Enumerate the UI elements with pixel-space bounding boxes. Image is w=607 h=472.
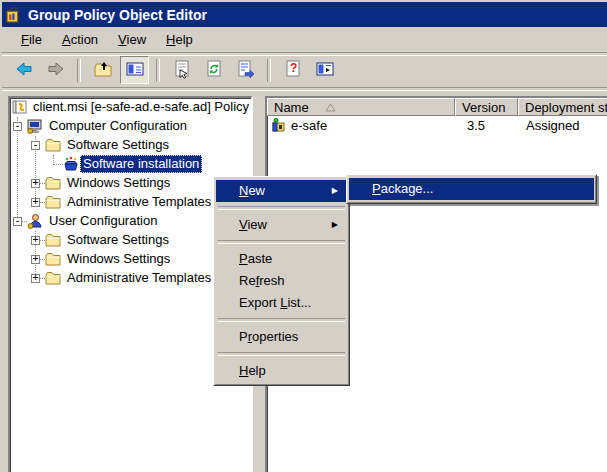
- tree-connector: [53, 164, 63, 165]
- context-menu-item-export-list[interactable]: Export List...: [216, 292, 347, 314]
- expand-expander[interactable]: +: [31, 198, 40, 207]
- context-menu-item-help[interactable]: Help: [216, 360, 347, 382]
- column-header-deployment-state[interactable]: Deployment state: [518, 98, 607, 116]
- show-hide-console-tree-button[interactable]: [120, 56, 149, 84]
- menubar-view[interactable]: View: [108, 30, 156, 49]
- collapse-expander[interactable]: -: [13, 122, 22, 131]
- cell-name: e-safe: [291, 116, 327, 135]
- window-title: Group Policy Object Editor: [28, 7, 207, 23]
- tree-connector: [17, 117, 18, 221]
- submenu-item-package[interactable]: Package...: [349, 178, 594, 200]
- refresh-button[interactable]: [199, 56, 228, 84]
- list-header: Name Version Deployment state: [267, 98, 607, 116]
- submenu-arrow-icon: ▶: [332, 180, 338, 202]
- menubar-file[interactable]: File: [11, 30, 52, 49]
- context-menu: New ▶ View ▶ Paste Refresh Export List..…: [213, 176, 350, 386]
- folder-icon: [45, 194, 61, 210]
- computer-icon: [27, 118, 43, 134]
- toolbar-separator: [156, 59, 160, 82]
- tree-item-root[interactable]: client.msi [e-safe-ad.e-safe.ad] Policy: [10, 98, 251, 117]
- back-button[interactable]: [9, 56, 38, 84]
- up-folder-icon: [93, 59, 113, 82]
- menu-separator: [218, 206, 345, 210]
- menu-bar: File Action View Help: [2, 27, 607, 51]
- cell-version: 3.5: [467, 116, 485, 135]
- package-icon: [271, 117, 287, 133]
- expand-expander[interactable]: +: [31, 236, 40, 245]
- column-header-name[interactable]: Name: [267, 98, 455, 116]
- context-menu-item-view[interactable]: View ▶: [216, 214, 347, 236]
- forward-button[interactable]: [41, 56, 70, 84]
- properties-button[interactable]: [167, 56, 196, 84]
- folder-icon: [45, 270, 61, 286]
- toolbar-separator: [267, 59, 271, 82]
- context-menu-item-refresh[interactable]: Refresh: [216, 270, 347, 292]
- gpo-scroll-icon: [12, 99, 28, 115]
- expand-expander[interactable]: +: [31, 255, 40, 264]
- console-tree-panes-icon: [125, 59, 145, 82]
- context-menu-item-paste[interactable]: Paste: [216, 248, 347, 270]
- tree-item-software-installation[interactable]: Software installation: [10, 155, 251, 174]
- menubar-action[interactable]: Action: [52, 30, 108, 49]
- folder-icon: [45, 137, 61, 153]
- menu-separator: [218, 318, 345, 322]
- back-arrow-icon: [14, 59, 34, 82]
- toolbar-client-divider: [2, 87, 607, 91]
- help-button[interactable]: ?: [278, 56, 307, 84]
- context-menu-item-new[interactable]: New ▶: [216, 180, 347, 202]
- context-menu-item-properties[interactable]: Properties: [216, 326, 347, 348]
- svg-text:?: ?: [290, 61, 297, 75]
- cell-deployment-state: Assigned: [526, 116, 579, 135]
- help-icon: ?: [283, 59, 303, 82]
- software-installation-icon: [63, 156, 79, 172]
- collapse-expander[interactable]: -: [13, 217, 22, 226]
- menu-separator: [218, 240, 345, 244]
- tree-item-software-settings[interactable]: - Software Settings: [10, 136, 251, 155]
- properties-icon: [172, 59, 192, 82]
- column-header-version[interactable]: Version: [455, 98, 518, 116]
- expand-expander[interactable]: +: [31, 179, 40, 188]
- group-policy-app-icon: [6, 6, 23, 23]
- export-list-icon: [236, 59, 256, 82]
- tree-item-computer-configuration[interactable]: - Computer Configuration: [10, 117, 251, 136]
- sort-ascending-icon: [325, 100, 336, 115]
- folder-icon: [45, 251, 61, 267]
- menu-separator: [218, 352, 345, 356]
- toolbar-separator: [77, 59, 81, 82]
- title-bar[interactable]: Group Policy Object Editor: [2, 2, 607, 27]
- user-icon: [27, 213, 43, 229]
- up-one-level-button[interactable]: [88, 56, 117, 84]
- menubar-help[interactable]: Help: [156, 30, 203, 49]
- folder-icon: [45, 175, 61, 191]
- export-list-button[interactable]: [231, 56, 260, 84]
- new-window-panes-icon: [315, 59, 335, 82]
- submenu-arrow-icon: ▶: [332, 214, 338, 236]
- list-row-e-safe[interactable]: e-safe 3.5 Assigned: [267, 116, 607, 135]
- forward-arrow-icon: [46, 59, 66, 82]
- show-in-new-window-button[interactable]: [310, 56, 339, 84]
- context-submenu: Package...: [346, 174, 597, 204]
- folder-icon: [45, 232, 61, 248]
- expand-expander[interactable]: +: [31, 274, 40, 283]
- refresh-icon: [204, 59, 224, 82]
- collapse-expander[interactable]: -: [31, 141, 40, 150]
- toolbar: ?: [2, 54, 607, 86]
